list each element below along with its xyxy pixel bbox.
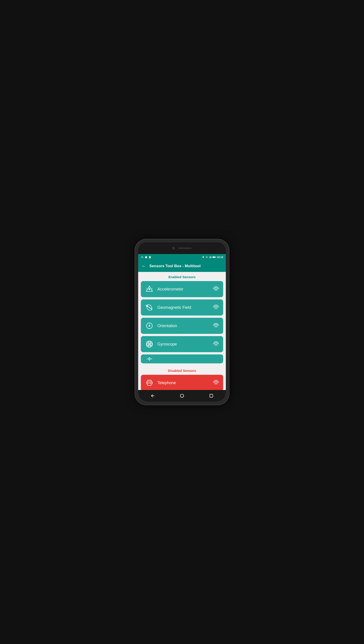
gyroscope-card[interactable]: Gyroscope: [141, 336, 223, 352]
accelerometer-label: Accelerometer: [158, 287, 212, 292]
gyroscope-fingerprint-icon: [212, 340, 220, 348]
status-bar: 10:16: [138, 254, 226, 260]
svg-rect-4: [211, 257, 211, 258]
wifi-icon: [205, 256, 208, 258]
screen: 10:16 ← Sensors Tool Box - Multitool Ena…: [138, 254, 226, 402]
top-bezel: [138, 242, 226, 254]
geomagnetic-label: Geomagnetic Field: [158, 305, 212, 310]
svg-point-45: [180, 394, 184, 398]
svg-line-19: [146, 305, 146, 306]
geomagnetic-icon: [144, 302, 154, 312]
nav-home-button[interactable]: [178, 392, 186, 400]
svg-rect-3: [210, 257, 210, 258]
speaker: [178, 248, 192, 249]
svg-rect-1: [149, 256, 150, 258]
accelerometer-icon: [144, 284, 154, 294]
svg-point-11: [149, 288, 150, 290]
sensor-list: Enabled Sensors Ac: [138, 272, 226, 390]
geomagnetic-fingerprint-icon: [212, 304, 220, 311]
battery-icon: [212, 256, 216, 258]
bottom-navigation: [138, 390, 226, 402]
camera: [172, 247, 174, 249]
telephone-label: Telephone: [158, 380, 212, 385]
accelerometer-card[interactable]: Accelerometer: [141, 281, 223, 297]
svg-rect-41: [148, 381, 151, 384]
signal-icon: [209, 256, 212, 258]
svg-rect-6: [213, 257, 215, 258]
time-display: 10:16: [217, 256, 223, 258]
geomagnetic-card[interactable]: Geomagnetic Field: [141, 300, 223, 316]
partial-enabled-card[interactable]: [141, 354, 223, 363]
circle-status-icon: [145, 256, 147, 258]
telephone-icon: [144, 378, 154, 388]
accelerometer-fingerprint-icon: [212, 286, 220, 293]
location-icon: [202, 256, 204, 258]
svg-line-13: [152, 288, 152, 289]
phone-screen-container: 10:16 ← Sensors Tool Box - Multitool Ena…: [138, 242, 226, 402]
enabled-section-header: Enabled Sensors: [138, 272, 226, 281]
phone-device: 10:16 ← Sensors Tool Box - Multitool Ena…: [135, 239, 229, 405]
disabled-section-header: Disabled Sensors: [138, 366, 226, 375]
telephone-card[interactable]: Telephone: [141, 375, 223, 390]
svg-rect-2: [209, 258, 210, 258]
svg-line-12: [146, 288, 147, 289]
partial-enabled-icon: [144, 354, 154, 363]
status-right-icons: 10:16: [202, 256, 223, 258]
nav-recents-button[interactable]: [207, 392, 215, 400]
telephone-fingerprint-icon: [212, 379, 220, 386]
status-left-icons: [141, 256, 151, 258]
back-button[interactable]: ←: [141, 263, 146, 269]
svg-point-0: [145, 256, 147, 258]
orientation-label: Orientation: [158, 324, 212, 328]
gyroscope-icon: [144, 339, 154, 349]
nav-back-button[interactable]: [149, 392, 157, 400]
sd-icon: [149, 256, 151, 258]
gyroscope-label: Gyroscope: [158, 342, 212, 346]
orientation-icon: [144, 321, 154, 331]
svg-rect-7: [216, 257, 216, 258]
notification-icon: [141, 256, 144, 258]
orientation-fingerprint-icon: [212, 322, 220, 330]
svg-point-22: [149, 325, 150, 326]
orientation-card[interactable]: Orientation: [141, 318, 223, 334]
app-bar: ← Sensors Tool Box - Multitool: [138, 260, 226, 272]
svg-rect-46: [210, 394, 213, 397]
app-title: Sensors Tool Box - Multitool: [149, 264, 200, 268]
